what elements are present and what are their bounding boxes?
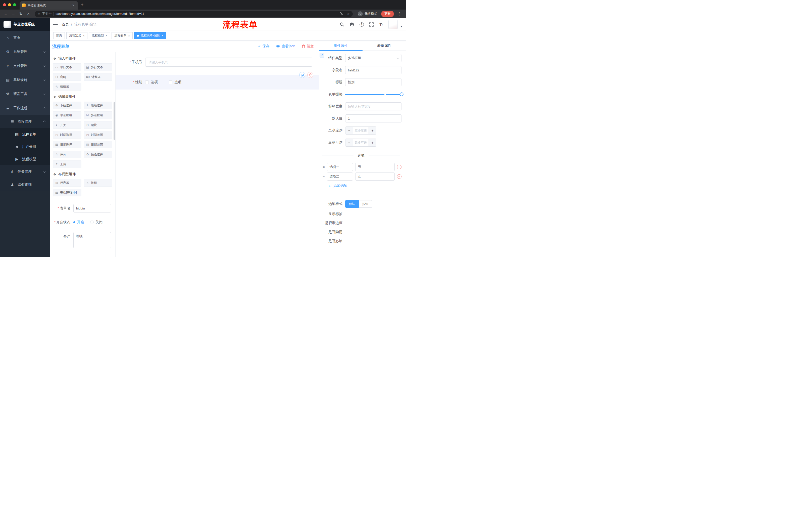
increase-button[interactable]: + [369, 139, 376, 146]
page-tab-process-form[interactable]: 流程表单 × [112, 32, 133, 39]
sidebar-item-user-group[interactable]: ☻ 用户分组 [0, 141, 50, 153]
option-style-button-button[interactable]: 按钮 [359, 200, 372, 208]
close-icon[interactable]: × [83, 34, 85, 37]
palette-item-multi-line-text[interactable]: ▤多行文本 [84, 63, 112, 71]
new-tab-button[interactable]: + [78, 2, 87, 8]
remove-option-button[interactable]: − [397, 174, 402, 179]
phone-input[interactable] [145, 58, 312, 66]
increase-button[interactable]: + [369, 127, 376, 134]
checkbox-icon[interactable] [145, 80, 149, 84]
close-icon[interactable]: × [128, 34, 130, 37]
close-icon[interactable]: × [162, 34, 163, 37]
palette-item-single-line-text[interactable]: ▭单行文本 [53, 63, 81, 71]
close-tab-icon[interactable]: × [71, 3, 76, 7]
option-value-input[interactable] [355, 163, 395, 171]
page-tab-process-model[interactable]: 流程模型 × [89, 32, 110, 39]
form-grid-slider[interactable] [345, 90, 402, 98]
sidebar-item-home[interactable]: ⌂ 首页 [0, 31, 50, 45]
reload-icon[interactable]: ↻ [18, 11, 24, 16]
palette-item-date-range[interactable]: ▥日期范围 [84, 141, 112, 148]
palette-item-checkbox-group[interactable]: ☑多选框组 [84, 111, 112, 119]
sidebar-item-leave-query[interactable]: ♟ 请假查询 [0, 178, 50, 191]
status-on-radio[interactable]: 开启 [74, 220, 84, 224]
option-name-input[interactable] [327, 172, 353, 181]
palette-item-radio-group[interactable]: ◉单选框组 [53, 111, 81, 119]
tab-component-properties[interactable]: 组件属性 [319, 41, 362, 51]
close-window-button[interactable] [3, 3, 6, 6]
palette-item-table[interactable]: ▦表格[开发中] [53, 189, 81, 196]
palette-item-counter[interactable]: 123计数器 [84, 73, 112, 81]
palette-item-password[interactable]: ⊡密码 [53, 73, 81, 81]
close-icon[interactable]: × [106, 34, 107, 37]
min-select-value[interactable]: 至少应选 [353, 127, 369, 134]
avatar-caret-icon[interactable]: ▾ [401, 25, 402, 29]
sidebar-item-task-management[interactable]: ⋔ 任务管理 [0, 165, 50, 178]
gender-option-1[interactable]: 选项一 [145, 80, 161, 84]
collapse-sidebar-icon[interactable] [53, 23, 58, 26]
zoom-window-button[interactable] [13, 3, 16, 6]
address-bar[interactable]: ⚠ 不安全 dashboard.yudao.iocoder.cn/bpm/man… [35, 11, 353, 17]
option-value-input[interactable] [355, 172, 395, 181]
option-style-default-button[interactable]: 默认 [345, 200, 359, 208]
palette-item-switch[interactable]: ◐开关 [53, 121, 81, 129]
url-text[interactable]: dashboard.yudao.iocoder.cn/bpm/manager/f… [56, 12, 338, 16]
form-canvas[interactable]: *手机号 *性别 选项一 选项二 [116, 52, 319, 257]
breadcrumb-home[interactable]: 首页 [62, 22, 69, 27]
drag-handle-icon[interactable]: ≡ [323, 165, 325, 169]
palette-item-row-container[interactable]: ⊞行容器 [53, 179, 81, 187]
link-badge[interactable] [320, 53, 324, 58]
browser-tab[interactable]: 芋道管理系统 × [20, 1, 78, 9]
sidebar-item-workflow[interactable]: ≣ 工作流程 [0, 101, 50, 115]
palette-item-upload[interactable]: ↥上传 [53, 160, 81, 168]
slider-track[interactable] [345, 94, 402, 95]
gender-field-widget[interactable]: *性别 选项一 选项二 [116, 75, 319, 89]
help-icon[interactable]: ? [359, 22, 364, 27]
back-icon[interactable]: ← [2, 12, 9, 16]
palette-item-rate[interactable]: ☆评分 [53, 151, 81, 158]
form-name-input[interactable] [74, 204, 111, 213]
palette-scrollbar[interactable] [114, 102, 115, 140]
clear-button[interactable]: 清空 [302, 44, 314, 49]
decrease-button[interactable]: − [345, 127, 353, 134]
sidebar-item-dev-tools[interactable]: ⚒ 研发工具 [0, 87, 50, 101]
palette-item-date-picker[interactable]: ▦日期选择 [53, 141, 81, 148]
sidebar-item-payment-management[interactable]: ¥ 支付管理 [0, 59, 50, 73]
option-name-input[interactable] [327, 163, 353, 171]
home-icon[interactable]: ⌂ [25, 12, 32, 16]
search-icon[interactable] [340, 22, 344, 27]
sidebar-item-process-management[interactable]: ☰ 流程管理 [0, 115, 50, 128]
gender-option-2[interactable]: 选项二 [169, 80, 185, 84]
avatar[interactable] [388, 20, 398, 29]
sidebar-item-system-management[interactable]: ⚙ 系统管理 [0, 45, 50, 59]
palette-item-time-picker[interactable]: ◷时间选择 [53, 131, 81, 139]
palette-item-slider[interactable]: ⊖滑块 [84, 121, 112, 129]
remove-option-button[interactable]: − [397, 165, 402, 169]
page-tab-process-definition[interactable]: 流程定义 × [66, 32, 87, 39]
sidebar-item-process-model[interactable]: ▶ 流程模型 [0, 153, 50, 165]
palette-item-select[interactable]: ⊙下拉选择 [53, 102, 81, 109]
delete-widget-button[interactable] [307, 72, 313, 78]
palette-item-button[interactable]: ☝按钮 [84, 179, 112, 187]
max-select-value[interactable]: 最多可选 [353, 139, 369, 146]
font-size-icon[interactable]: T↕ [379, 22, 384, 27]
default-value-input[interactable] [345, 114, 402, 123]
decrease-button[interactable]: − [345, 139, 353, 146]
slider-handle[interactable] [400, 92, 404, 96]
forward-icon[interactable]: → [10, 12, 17, 16]
tab-form-properties[interactable]: 表单属性 [362, 41, 406, 51]
page-tab-home[interactable]: 首页 [53, 32, 65, 39]
phone-field-widget[interactable]: *手机号 [116, 55, 319, 69]
copy-widget-button[interactable] [299, 72, 305, 78]
palette-item-editor[interactable]: ✎编辑器 [53, 83, 81, 90]
save-button[interactable]: ✓ 保存 [258, 44, 269, 49]
github-icon[interactable] [349, 22, 354, 27]
palette-item-cascader[interactable]: ⋔级联选择 [84, 102, 112, 109]
field-name-input[interactable] [345, 66, 402, 74]
sidebar-item-infrastructure[interactable]: ▤ 基础设施 [0, 73, 50, 87]
sidebar-item-process-form[interactable]: ▤ 流程表单 [0, 128, 50, 141]
add-option-link[interactable]: ⊕ 添加选项 [329, 184, 402, 188]
drag-handle-icon[interactable]: ≡ [323, 174, 325, 179]
fullscreen-icon[interactable] [369, 22, 374, 27]
component-type-select[interactable]: 多选框组 [345, 54, 402, 62]
bookmark-star-icon[interactable]: ☆ [347, 12, 350, 16]
